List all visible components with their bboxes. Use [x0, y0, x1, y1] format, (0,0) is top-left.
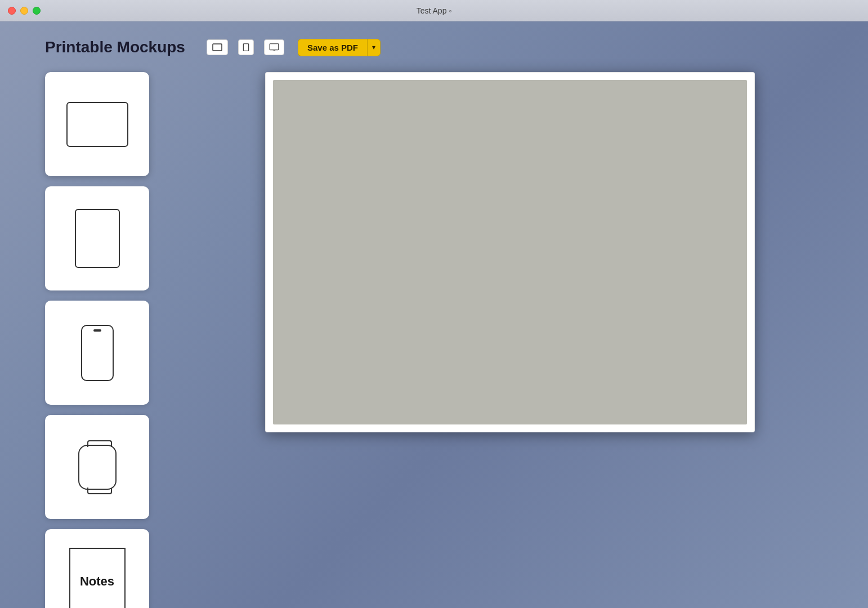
tablet-portrait-icon	[75, 209, 120, 268]
preview-canvas	[273, 80, 747, 424]
close-button[interactable]	[8, 7, 16, 15]
preview-area	[175, 72, 845, 608]
window-title: Test App ◦	[417, 6, 452, 15]
landscape-icon	[212, 43, 222, 51]
minimize-button[interactable]	[20, 7, 28, 15]
sidebar-item-phone[interactable]	[45, 301, 149, 405]
screen-view-button[interactable]	[264, 39, 284, 55]
save-pdf-container: Save as PDF ▾	[298, 39, 381, 56]
main-content: Printable Mockups Save as PDF ▾	[0, 21, 868, 608]
sidebar-item-watch[interactable]	[45, 415, 149, 519]
body-row: Notes	[45, 72, 845, 608]
save-pdf-dropdown-button[interactable]: ▾	[367, 39, 381, 56]
page-title: Printable Mockups	[45, 38, 185, 56]
sidebar: Notes	[45, 72, 158, 608]
portrait-view-button[interactable]	[238, 39, 254, 55]
title-bar: Test App ◦	[0, 0, 868, 21]
save-pdf-button[interactable]: Save as PDF	[298, 39, 367, 56]
watch-icon	[78, 445, 117, 490]
preview-frame	[265, 72, 755, 432]
laptop-landscape-icon	[66, 102, 128, 147]
watch-container	[78, 445, 117, 490]
screen-icon	[269, 43, 279, 51]
sidebar-item-tablet-portrait[interactable]	[45, 186, 149, 290]
notes-label: Notes	[80, 574, 114, 589]
svg-rect-0	[213, 44, 222, 51]
window-controls	[8, 7, 41, 15]
sidebar-item-notes[interactable]: Notes	[45, 529, 149, 608]
phone-icon	[81, 325, 114, 381]
portrait-icon	[241, 43, 251, 51]
svg-rect-1	[243, 44, 248, 51]
header-row: Printable Mockups Save as PDF ▾	[45, 38, 845, 56]
notes-icon: Notes	[69, 548, 126, 609]
landscape-view-button[interactable]	[207, 39, 228, 55]
maximize-button[interactable]	[33, 7, 41, 15]
sidebar-item-laptop-landscape[interactable]	[45, 72, 149, 176]
svg-rect-2	[270, 44, 279, 50]
